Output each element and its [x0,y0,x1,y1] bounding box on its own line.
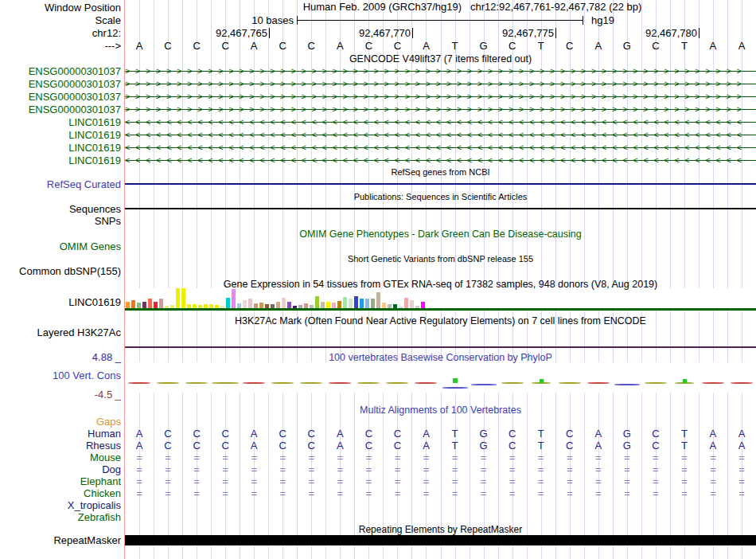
gtex-tissue-bar[interactable] [410,300,414,308]
gtex-tissue-bar[interactable] [404,298,408,308]
gtex-tissue-bar[interactable] [243,300,247,308]
gtex-tissue-bar[interactable] [365,299,369,308]
alignment-match-mark[interactable]: = [360,475,376,487]
gtex-tissue-bar[interactable] [354,296,358,308]
aligned-base[interactable]: C [648,440,664,452]
aligned-base[interactable]: A [705,428,721,440]
aligned-base[interactable]: G [476,440,492,452]
aligned-base[interactable]: A [246,440,262,452]
alignment-match-mark[interactable]: = [246,487,262,499]
aligned-base[interactable]: C [217,428,233,440]
gene-strand-arrows[interactable]: <<<<<<<<<<<<<<<<<<<<<<<<<<<<<<<<<<<<<<<<… [125,155,756,166]
gtex-tissue-bar[interactable] [287,302,291,308]
alignment-match-mark[interactable]: = [533,452,549,463]
alignment-match-mark[interactable]: = [160,475,176,487]
alignment-match-mark[interactable]: = [505,463,520,475]
alignment-match-mark[interactable]: = [505,487,520,499]
alignment-match-mark[interactable]: = [447,452,463,463]
gene-label[interactable]: ENSG00000301037 [0,104,121,115]
conservation-track-panel[interactable] [125,362,756,393]
species-label[interactable]: Elephant [0,475,121,487]
aligned-base[interactable]: C [303,440,319,452]
alignment-match-mark[interactable]: = [332,487,348,499]
alignment-match-mark[interactable]: = [160,487,176,499]
gene-strand-arrows[interactable]: >>>>>>>>>>>>>>>>>>>>>>>>>>>>>>>>>>>>>>>>… [125,92,756,102]
alignment-match-mark[interactable]: = [418,487,434,499]
alignment-match-mark[interactable]: = [447,487,463,499]
alignment-match-mark[interactable]: = [562,487,578,499]
alignment-match-mark[interactable]: = [246,452,262,463]
aligned-base[interactable]: C [648,428,664,440]
aligned-base[interactable]: C [562,440,578,452]
alignment-match-mark[interactable]: = [562,452,578,463]
alignment-match-mark[interactable]: = [648,463,664,475]
aligned-base[interactable]: A [418,428,434,440]
aligned-base[interactable]: C [360,428,376,440]
gene-strand-arrows[interactable]: <<<<<<<<<<<<<<<<<<<<<<<<<<<<<<<<<<<<<<<<… [125,130,756,140]
repeatmasker-item[interactable] [125,535,756,545]
alignment-match-mark[interactable]: = [389,487,405,499]
alignment-match-mark[interactable]: = [418,463,434,475]
alignment-match-mark[interactable]: = [648,475,664,487]
gtex-track-panel[interactable] [125,288,756,311]
gene-label[interactable]: LINC01619 [0,116,121,128]
aligned-base[interactable]: A [705,440,721,452]
aligned-base[interactable]: C [505,428,520,440]
gtex-tissue-bar[interactable] [276,302,280,308]
alignment-match-mark[interactable]: = [360,452,376,463]
species-label[interactable]: Dog [0,463,121,475]
gtex-tissue-bar[interactable] [282,298,286,308]
alignment-match-mark[interactable]: = [533,475,549,487]
alignment-match-mark[interactable]: = [676,475,692,487]
alignment-match-mark[interactable]: = [476,475,492,487]
alignment-match-mark[interactable]: = [332,452,348,463]
alignment-match-mark[interactable]: = [476,452,492,463]
aligned-base[interactable]: A [332,440,348,452]
aligned-base[interactable]: T [676,428,692,440]
gtex-tissue-bar[interactable] [226,298,230,308]
alignment-match-mark[interactable]: = [131,463,147,475]
alignment-match-mark[interactable]: = [418,475,434,487]
alignment-match-mark[interactable]: = [131,487,147,499]
alignment-match-mark[interactable]: = [189,463,205,475]
aligned-base[interactable]: A [590,440,606,452]
aligned-base[interactable]: C [562,428,578,440]
alignment-match-mark[interactable]: = [189,475,205,487]
alignment-match-mark[interactable]: = [734,487,750,499]
alignment-match-mark[interactable]: = [705,452,721,463]
aligned-base[interactable]: A [590,428,606,440]
aligned-base[interactable]: A [418,440,434,452]
aligned-base[interactable]: C [275,440,290,452]
alignment-match-mark[interactable]: = [217,463,233,475]
gene-strand-arrows[interactable]: >>>>>>>>>>>>>>>>>>>>>>>>>>>>>>>>>>>>>>>>… [125,66,756,76]
alignment-match-mark[interactable]: = [332,475,348,487]
aligned-base[interactable]: C [360,440,376,452]
alignment-match-mark[interactable]: = [619,487,635,499]
gtex-tissue-bar[interactable] [126,302,130,308]
alignment-match-mark[interactable]: = [303,475,319,487]
gtex-tissue-bar[interactable] [259,303,263,308]
aligned-base[interactable]: T [533,440,549,452]
aligned-base[interactable]: C [389,440,405,452]
alignment-match-mark[interactable]: = [505,475,520,487]
alignment-match-mark[interactable]: = [619,452,635,463]
alignment-match-mark[interactable]: = [389,452,405,463]
alignment-match-mark[interactable]: = [705,475,721,487]
alignment-match-mark[interactable]: = [676,463,692,475]
gtex-tissue-bar[interactable] [148,299,152,308]
h3k27ac-baseline[interactable] [125,346,756,348]
alignment-match-mark[interactable]: = [476,487,492,499]
aligned-base[interactable]: T [447,428,463,440]
alignment-match-mark[interactable]: = [189,452,205,463]
aligned-base[interactable]: T [676,440,692,452]
aligned-base[interactable]: G [476,428,492,440]
species-label[interactable]: Mouse [0,452,121,463]
alignment-match-mark[interactable]: = [217,452,233,463]
gtex-tissue-bar[interactable] [421,302,425,308]
species-label[interactable]: Rhesus [0,440,121,452]
species-label[interactable]: Gaps [0,416,121,428]
aligned-base[interactable]: C [189,428,205,440]
aligned-base[interactable]: A [131,428,147,440]
gtex-tissue-bar[interactable] [337,301,341,308]
alignment-match-mark[interactable]: = [275,475,290,487]
